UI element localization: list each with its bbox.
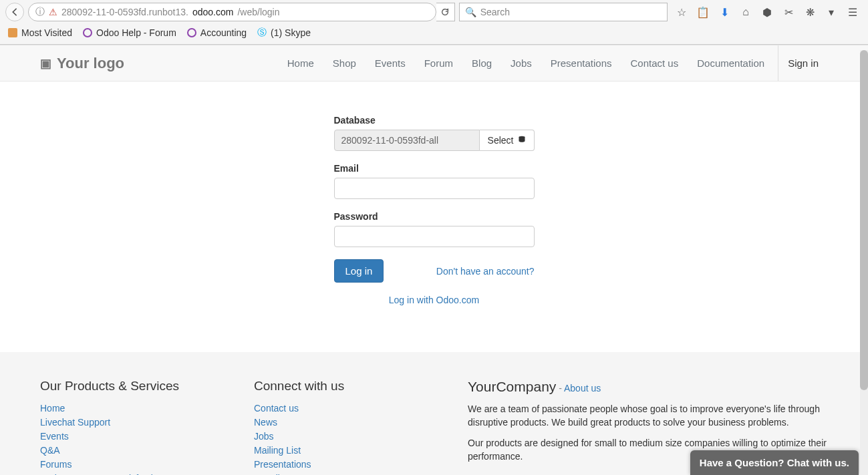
livechat-widget[interactable]: Have a Question? Chat with us. — [690, 450, 859, 475]
bookmark-most-visited[interactable]: Most Visited — [8, 27, 72, 38]
footer-para1: We are a team of passionate people whose… — [468, 403, 828, 429]
login-area: Database 280092-11-0-0593fd-all Select E… — [0, 82, 868, 352]
browser-search-bar[interactable]: 🔍 Search — [459, 3, 668, 21]
login-button[interactable]: Log in — [334, 259, 384, 283]
browser-chrome: ⓘ ⚠ 280092-11-0-0593fd.runbot13.odoo.com… — [0, 0, 868, 45]
footer-connect-title: Connect with us — [254, 379, 441, 393]
site-logo[interactable]: ▣ Your logo — [40, 55, 124, 72]
scrollbar[interactable] — [860, 50, 868, 475]
nav-contact[interactable]: Contact us — [621, 45, 688, 81]
footer-link-presentations[interactable]: Presentations — [254, 459, 311, 470]
nav-shop[interactable]: Shop — [323, 45, 366, 81]
search-placeholder: Search — [480, 7, 510, 17]
database-icon — [518, 135, 526, 146]
nav-presentations[interactable]: Presentations — [541, 45, 621, 81]
url-prefix: 280092-11-0-0593fd.runbot13. — [61, 7, 188, 17]
main-nav: Home Shop Events Forum Blog Jobs Present… — [278, 45, 828, 81]
footer-link-contact[interactable]: Contact us — [254, 403, 299, 414]
nav-events[interactable]: Events — [366, 45, 415, 81]
database-label: Database — [334, 115, 535, 126]
nav-signin[interactable]: Sign in — [778, 45, 828, 81]
footer-products-title: Our Products & Services — [40, 379, 227, 393]
database-select-button[interactable]: Select — [480, 130, 535, 151]
insecure-icon: ⚠ — [49, 7, 57, 17]
password-input[interactable] — [334, 226, 535, 247]
footer-about-sep: - — [559, 383, 564, 393]
nav-documentation[interactable]: Documentation — [688, 45, 774, 81]
odoo-login-link[interactable]: Log in with Odoo.com — [389, 295, 479, 305]
folder-icon — [8, 28, 17, 37]
bookmarks-bar: Most Visited Odoo Help - Forum Accountin… — [0, 24, 868, 44]
browser-back-button[interactable] — [5, 3, 24, 21]
email-label: Email — [334, 163, 535, 174]
footer-link-news[interactable]: News — [254, 417, 277, 428]
skype-icon: Ⓢ — [257, 27, 267, 39]
tools-icon[interactable]: ✂ — [782, 6, 794, 18]
footer-connect-col: Connect with us Contact us News Jobs Mai… — [254, 379, 441, 475]
login-form: Database 280092-11-0-0593fd-all Select E… — [334, 115, 535, 305]
star-icon[interactable]: ☆ — [676, 6, 688, 18]
bookmark-skype[interactable]: Ⓢ(1) Skype — [257, 27, 311, 39]
footer-products-col: Our Products & Services Home Livechat Su… — [40, 379, 227, 475]
footer-link-mailing[interactable]: Mailing List — [254, 445, 301, 456]
home-icon[interactable]: ⌂ — [740, 6, 752, 18]
info-icon: ⓘ — [35, 6, 45, 18]
nav-blog[interactable]: Blog — [462, 45, 501, 81]
bookmark-odoo-help[interactable]: Odoo Help - Forum — [83, 27, 176, 38]
nav-forum[interactable]: Forum — [415, 45, 462, 81]
bookmark-accounting[interactable]: Accounting — [187, 27, 247, 38]
odoo-icon — [187, 28, 196, 37]
footer-company-name: YourCompany — [468, 379, 556, 394]
url-bar[interactable]: ⓘ ⚠ 280092-11-0-0593fd.runbot13.odoo.com… — [28, 3, 436, 21]
database-input: 280092-11-0-0593fd-all — [334, 130, 480, 151]
password-label: Password — [334, 211, 535, 222]
footer-link-livechat[interactable]: Livechat Support — [40, 417, 110, 428]
nav-home[interactable]: Home — [278, 45, 323, 81]
footer-link-home[interactable]: Home — [40, 403, 65, 414]
url-path: /web/login — [237, 7, 279, 17]
footer-link-qa[interactable]: Q&A — [40, 445, 60, 456]
email-input[interactable] — [334, 178, 535, 199]
nav-jobs[interactable]: Jobs — [501, 45, 541, 81]
signup-link[interactable]: Don't have an account? — [436, 266, 535, 277]
camera-icon: ▣ — [40, 56, 51, 71]
scroll-thumb[interactable] — [860, 50, 868, 390]
footer-link-jobs[interactable]: Jobs — [254, 431, 274, 442]
search-icon: 🔍 — [465, 7, 476, 17]
footer-link-events[interactable]: Events — [40, 431, 69, 442]
url-domain: odoo.com — [192, 7, 233, 17]
pocket-icon[interactable]: ⬢ — [761, 6, 773, 18]
odoo-icon — [83, 28, 92, 37]
download-icon[interactable]: ⬇ — [718, 6, 730, 18]
footer-link-forums[interactable]: Forums — [40, 459, 71, 470]
clipboard-icon[interactable]: 📋 — [697, 6, 709, 18]
site-header: ▣ Your logo Home Shop Events Forum Blog … — [0, 45, 868, 82]
footer-about-link[interactable]: About us — [564, 383, 601, 393]
dropdown-icon[interactable]: ▾ — [825, 6, 837, 18]
menu-icon[interactable]: ☰ — [847, 6, 859, 18]
extension-icon[interactable]: ❋ — [804, 6, 816, 18]
reload-button[interactable] — [436, 3, 455, 21]
